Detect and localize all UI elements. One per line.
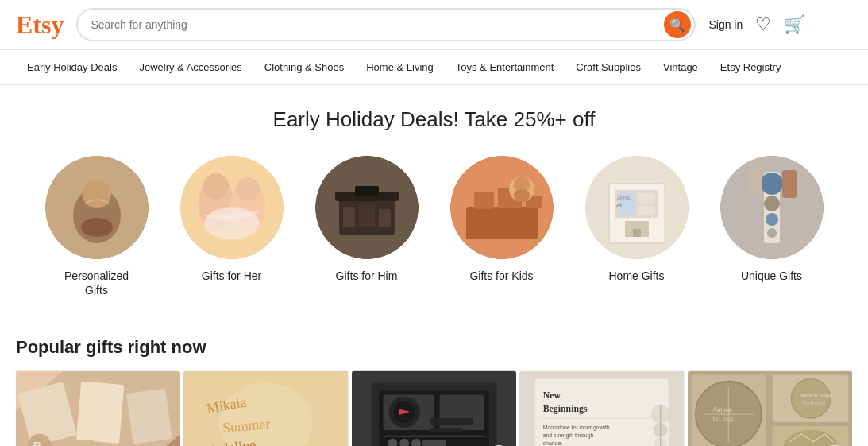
svg-rect-16 bbox=[359, 205, 375, 227]
svg-rect-15 bbox=[343, 207, 355, 227]
favorites-button[interactable]: ♡ bbox=[755, 14, 771, 35]
nav-item-home-living[interactable]: Home & Living bbox=[355, 50, 445, 85]
svg-rect-30 bbox=[638, 193, 655, 203]
search-bar: 🔍 bbox=[76, 8, 696, 41]
product-card-3[interactable]: ▶ bbox=[352, 370, 516, 446]
svg-rect-14 bbox=[355, 186, 379, 196]
nav-item-clothing-shoes[interactable]: Clothing & Shoes bbox=[253, 50, 355, 85]
svg-text:The Browns: The Browns bbox=[802, 401, 826, 406]
svg-point-40 bbox=[766, 213, 778, 226]
svg-rect-43 bbox=[748, 168, 762, 192]
nav-item-early-holiday-deals[interactable]: Early Holiday Deals bbox=[16, 50, 128, 85]
category-label-gifts-for-him: Gifts for Him bbox=[336, 269, 398, 283]
category-unique-gifts[interactable]: Unique Gifts bbox=[712, 156, 831, 297]
svg-text:New: New bbox=[543, 390, 561, 401]
svg-rect-69 bbox=[422, 440, 446, 446]
categories-section: PersonalizedGifts Gifts for Her bbox=[0, 148, 868, 321]
product-card-4[interactable]: New Beginnings Moonstone for inner growt… bbox=[519, 370, 684, 446]
nav-item-toys-entertainment[interactable]: Toys & Entertainment bbox=[445, 50, 565, 85]
category-label-personalized-gifts: PersonalizedGifts bbox=[64, 269, 129, 297]
heart-icon: ♡ bbox=[755, 14, 771, 34]
svg-point-95 bbox=[791, 379, 830, 418]
svg-rect-31 bbox=[638, 206, 655, 215]
category-label-home-gifts: Home Gifts bbox=[608, 269, 664, 283]
svg-rect-73 bbox=[430, 418, 473, 425]
category-home-gifts[interactable]: APRIL 21 Home Gifts bbox=[577, 156, 696, 297]
category-circle-home: APRIL 21 bbox=[585, 156, 689, 259]
header: Etsy 🔍 Sign in ♡ 🛒 bbox=[0, 0, 868, 50]
svg-text:Beginnings: Beginnings bbox=[543, 404, 588, 415]
sign-in-link[interactable]: Sign in bbox=[708, 18, 743, 31]
cart-button[interactable]: 🛒 bbox=[784, 14, 805, 35]
svg-text:R: R bbox=[33, 440, 41, 446]
svg-rect-49 bbox=[126, 389, 172, 444]
etsy-logo[interactable]: Etsy bbox=[16, 10, 64, 40]
svg-point-39 bbox=[764, 196, 780, 211]
svg-text:change.: change. bbox=[543, 440, 563, 446]
svg-text:Steve & Kelia: Steve & Kelia bbox=[800, 393, 831, 398]
svg-rect-19 bbox=[466, 207, 538, 239]
category-circle-kids bbox=[450, 156, 554, 259]
svg-point-10 bbox=[204, 207, 260, 239]
cart-icon: 🛒 bbox=[784, 14, 805, 34]
svg-rect-33 bbox=[633, 229, 641, 237]
svg-text:Anthea: Anthea bbox=[712, 407, 731, 414]
category-label-gifts-for-her: Gifts for Her bbox=[202, 269, 261, 283]
search-input[interactable] bbox=[91, 18, 664, 31]
svg-rect-74 bbox=[430, 428, 462, 432]
category-circle-him bbox=[315, 156, 419, 259]
category-circle-unique bbox=[720, 156, 824, 259]
svg-point-9 bbox=[236, 177, 260, 201]
svg-text:Est. 2022: Est. 2022 bbox=[712, 416, 734, 421]
category-circle-personalized bbox=[45, 156, 149, 259]
svg-text:21: 21 bbox=[615, 202, 623, 209]
svg-point-4 bbox=[95, 200, 99, 204]
svg-point-7 bbox=[203, 173, 229, 199]
category-gifts-for-him[interactable]: Gifts for Him bbox=[307, 156, 426, 297]
category-personalized-gifts[interactable]: PersonalizedGifts bbox=[37, 156, 156, 297]
svg-text:and strength through: and strength through bbox=[543, 432, 594, 439]
svg-text:Moonstone for inner growth: Moonstone for inner growth bbox=[543, 425, 610, 431]
popular-title: Popular gifts right now bbox=[16, 337, 852, 358]
svg-point-41 bbox=[767, 228, 777, 238]
main-nav: Early Holiday Deals Jewelry & Accessorie… bbox=[0, 50, 868, 85]
svg-rect-17 bbox=[379, 209, 391, 227]
search-icon: 🔍 bbox=[669, 17, 685, 33]
svg-rect-48 bbox=[76, 382, 125, 444]
svg-rect-65 bbox=[439, 395, 484, 430]
nav-item-etsy-registry[interactable]: Etsy Registry bbox=[709, 50, 793, 85]
svg-point-25 bbox=[514, 189, 530, 202]
category-gifts-for-her[interactable]: Gifts for Her bbox=[172, 156, 291, 297]
svg-text:APRIL: APRIL bbox=[617, 196, 631, 200]
nav-item-craft-supplies[interactable]: Craft Supplies bbox=[565, 50, 652, 85]
product-grid: R S Mikaia Summer Madeline Clara Sweeee bbox=[16, 370, 852, 446]
category-label-unique-gifts: Unique Gifts bbox=[741, 269, 802, 283]
svg-rect-42 bbox=[782, 170, 797, 198]
svg-point-38 bbox=[761, 173, 783, 195]
svg-point-3 bbox=[81, 218, 113, 237]
svg-rect-68 bbox=[383, 436, 484, 437]
search-button[interactable]: 🔍 bbox=[664, 11, 691, 38]
popular-section: Popular gifts right now R S Mikaia bbox=[0, 321, 868, 446]
svg-rect-20 bbox=[474, 192, 494, 209]
category-circle-her bbox=[180, 156, 284, 259]
category-label-gifts-for-kids: Gifts for Kids bbox=[469, 269, 533, 283]
product-card-5[interactable]: Anthea Est. 2022 Steve & Kelia The Brown… bbox=[688, 370, 852, 446]
banner-text: Early Holiday Deals! Take 25%+ off bbox=[0, 85, 868, 148]
header-actions: Sign in ♡ 🛒 bbox=[708, 14, 805, 35]
product-card-2[interactable]: Mikaia Summer Madeline Clara Sweeee bbox=[183, 370, 348, 446]
category-gifts-for-kids[interactable]: Gifts for Kids bbox=[442, 156, 561, 297]
nav-item-jewelry-accessories[interactable]: Jewelry & Accessories bbox=[128, 50, 253, 85]
nav-item-vintage[interactable]: Vintage bbox=[652, 50, 709, 85]
product-card-1[interactable]: R S bbox=[16, 370, 180, 446]
